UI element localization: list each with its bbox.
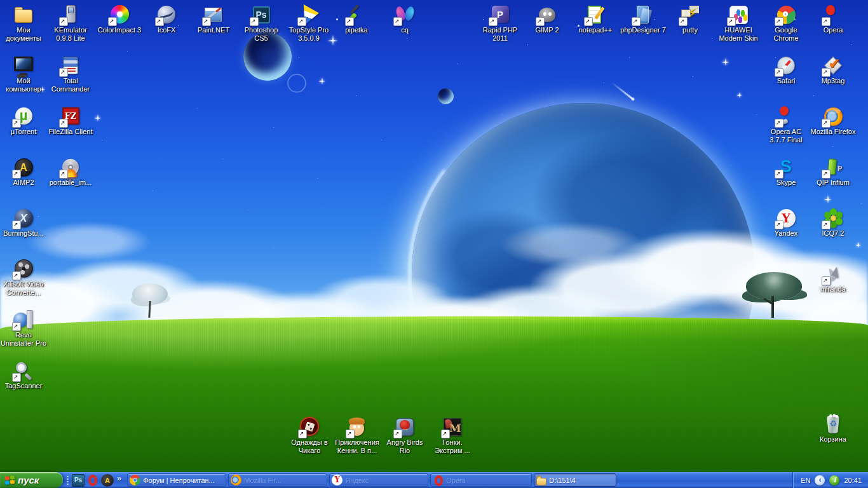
desktop-icon-mp3tag[interactable]: Mp3tag [810, 55, 857, 85]
desktop-icon-photoshop[interactable]: Photoshop CS5 [238, 4, 285, 43]
quick-launch-bar: PsA » [63, 472, 125, 488]
filezilla-icon [59, 105, 82, 127]
language-indicator[interactable]: EN [801, 477, 810, 484]
shortcut-arrow-icon [12, 220, 21, 229]
shortcut-arrow-icon [59, 119, 68, 128]
desktop-icon-label: Мой компьютер [0, 77, 47, 93]
quicklaunch-opera-icon[interactable] [86, 474, 99, 487]
notepadpp-icon [584, 4, 607, 25]
shortcut-arrow-icon [345, 17, 354, 26]
desktop-icon-firefox-desk[interactable]: Mozilla Firefox [810, 105, 857, 136]
desktop-icon-utorrent[interactable]: µTorrent [0, 105, 47, 136]
desktop-icon-label: Skype [763, 179, 810, 187]
desktop-icon-mycomputer[interactable]: Мой компьютер [0, 55, 47, 93]
desktop-icon-notepadpp[interactable]: notepad++ [572, 4, 619, 34]
desktop-icon-label: pipetka [333, 26, 380, 34]
desktop-icon-label: Гонки. Экстрим ... [429, 438, 476, 455]
desktop-icon-colorimpact[interactable]: ColorImpact 3 [96, 4, 143, 34]
desktop-icon-rapidphp[interactable]: Rapid PHP 2011 [477, 4, 524, 43]
desktop-icon-portableim[interactable]: portable_im... [47, 156, 94, 187]
desktop-icon-icofx[interactable]: IcoFX [143, 4, 190, 34]
paintnet-icon [202, 4, 225, 25]
desktop-icon-kenny[interactable]: Приключения Кенни. В п... [334, 416, 381, 455]
utorrent-icon [12, 105, 35, 127]
shortcut-arrow-icon [775, 119, 783, 128]
skype-icon [775, 156, 797, 178]
desktop-icon-putty[interactable]: putty [667, 4, 714, 34]
taskbar-clock: 20:41 [844, 477, 862, 484]
desktop-icon-label: HUAWEI Modem Skin [715, 26, 762, 43]
desktop-icon-burning[interactable]: BurningStu... [0, 207, 47, 238]
kemulator-icon [59, 4, 82, 25]
quick-launch-overflow-chevron[interactable]: » [117, 472, 121, 485]
desktop-icon-tagscanner[interactable]: TagScanner [0, 360, 47, 390]
desktop-icon-label: Rapid PHP 2011 [477, 26, 524, 43]
taskbar-button-folder[interactable]: D:\151\4 [534, 473, 616, 487]
cq-icon [393, 4, 416, 25]
desktop-icon-xilisoft[interactable]: Xilisoft Video Converte... [0, 258, 47, 297]
desktop-icon-operaac[interactable]: Opera AC 3.7.7 Final [763, 105, 810, 144]
taskbar-button-chrome[interactable]: Форум | Непрочитан... [127, 473, 226, 487]
desktop-icon-skype[interactable]: Skype [763, 156, 810, 187]
huawei-icon [727, 4, 750, 25]
taskbar-button-label: Opera [446, 477, 470, 484]
shortcut-arrow-icon [536, 17, 545, 26]
desktop-icon-chicago[interactable]: Однажды в Чикаго [286, 416, 333, 455]
taskbar-button-yandex[interactable]: Яндекс [329, 473, 428, 487]
desktop-icon-yandex-desk[interactable]: Yandex [763, 207, 810, 238]
quicklaunch-photoshop-icon[interactable]: Ps [72, 474, 85, 487]
desktop-icon-my-documents[interactable]: Мои документы [0, 4, 47, 43]
taskbar-button-opera[interactable]: Opera [430, 473, 532, 487]
desktop-icon-label: Total Commander [47, 77, 94, 93]
desktop-icon-label: Revo Uninstaller Pro [0, 331, 47, 348]
shortcut-arrow-icon [775, 170, 783, 179]
desktop-icon-label: notepad++ [572, 26, 619, 34]
desktop-icon-qip[interactable]: QIP Infium [810, 156, 857, 187]
desktop-icon-label: QIP Infium [810, 179, 857, 187]
chrome-icon [130, 475, 140, 485]
desktop-icon-revo[interactable]: Revo Uninstaller Pro [0, 309, 47, 348]
desktop-icon-filezilla[interactable]: FileZilla Client [47, 105, 94, 136]
yandex-desk-icon [775, 207, 797, 229]
desktop-icon-label: Приключения Кенни. В п... [334, 438, 381, 455]
desktop-icon-icq[interactable]: ICQ7.2 [810, 207, 857, 238]
desktop-icon-racing[interactable]: Гонки. Экстрим ... [429, 416, 476, 455]
desktop-icon-kemulator[interactable]: KEmulator 0.9.8 Lite [47, 4, 94, 43]
desktop-icon-opera-desk[interactable]: Opera [810, 4, 857, 34]
desktop-icon-label: ICQ7.2 [810, 229, 857, 238]
shortcut-arrow-icon [393, 430, 402, 438]
hide-inactive-icons-button[interactable] [815, 475, 825, 485]
tagscanner-icon [12, 360, 35, 381]
phpdesigner-icon [632, 4, 654, 25]
desktop-icon-phpdesigner[interactable]: phpDesigner 7 [620, 4, 667, 34]
shortcut-arrow-icon [297, 17, 306, 26]
shortcut-arrow-icon [59, 17, 68, 26]
aimp2-icon [12, 156, 35, 178]
putty-icon [679, 4, 702, 25]
revo-icon [12, 309, 35, 330]
shortcut-arrow-icon [822, 17, 831, 26]
tray-info-icon[interactable] [829, 475, 839, 485]
desktop-icon-recycle[interactable]: Корзина [810, 413, 857, 444]
desktop-icon-totalcmd[interactable]: Total Commander [47, 55, 94, 93]
desktop-icon-gimp[interactable]: GIMP 2 [524, 4, 571, 34]
desktop-icon-angrybirds[interactable]: Angry Birds Rio [381, 416, 428, 455]
taskbar-button-firefox[interactable]: Mozilla Fir... [228, 473, 327, 487]
desktop-icon-safari[interactable]: Safari [763, 55, 810, 85]
desktop-icon-topstyle[interactable]: TopStyle Pro 3.5.0.9 [285, 4, 332, 43]
racing-icon [441, 416, 464, 438]
chicago-icon [298, 416, 321, 438]
quicklaunch-aimp-icon[interactable]: A [101, 474, 114, 487]
desktop-icon-label: BurningStu... [0, 229, 47, 238]
desktop-icon-pipetka[interactable]: pipetka [333, 4, 380, 34]
desktop-icon-chrome[interactable]: Google Chrome [763, 4, 810, 43]
desktop-icon-huawei[interactable]: HUAWEI Modem Skin [715, 4, 762, 43]
desktop-icon-label: Xilisoft Video Converte... [0, 280, 47, 297]
desktop-icon-aimp2[interactable]: AIMP2 [0, 156, 47, 187]
desktop-icon-cq[interactable]: cq [381, 4, 428, 34]
desktop-icon-label: TagScanner [0, 382, 47, 390]
toolbar-drag-handle-icon[interactable] [67, 475, 69, 485]
desktop-icon-paintnet[interactable]: Paint.NET [190, 4, 237, 34]
start-button[interactable]: пуск [0, 472, 63, 488]
desktop-icon-miranda[interactable]: miranda [810, 263, 857, 294]
